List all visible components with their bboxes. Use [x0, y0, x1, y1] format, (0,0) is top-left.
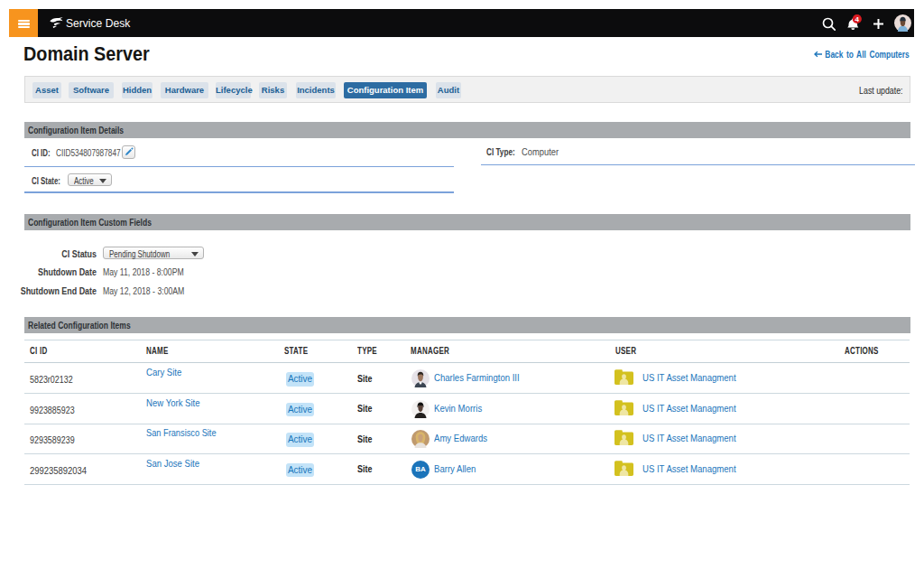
svg-text:4: 4: [855, 15, 860, 23]
